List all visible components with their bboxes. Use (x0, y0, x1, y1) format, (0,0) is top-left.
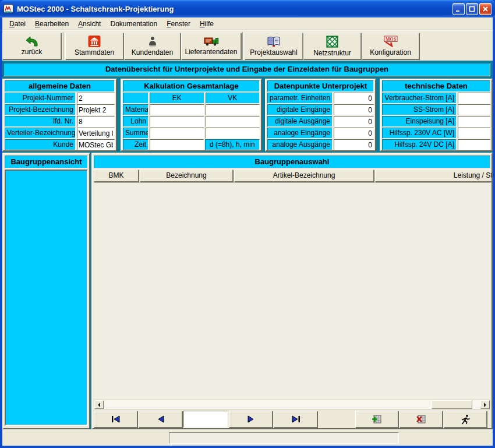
digitale-ausgaenge-field[interactable] (334, 116, 374, 127)
einspeisung-field[interactable] (458, 116, 490, 127)
parametr-einheiten-field[interactable] (334, 93, 374, 104)
digitale-eingaenge-field[interactable] (334, 104, 374, 115)
field-label: digitale Eingänge (267, 104, 333, 115)
status-message-field (169, 432, 399, 444)
field-label: parametr. Einheiten (267, 93, 333, 104)
add-record-button[interactable] (355, 411, 398, 428)
field-label: lfd. Nr. (5, 116, 76, 127)
panel-allgemeine-daten: allgemeine Daten Projekt-Nummer Projekt-… (2, 79, 117, 151)
baugruppenansicht-panel: Baugruppenansicht (2, 153, 90, 429)
scroll-right-button[interactable] (480, 400, 490, 409)
toolbar-label: Konfiguration (370, 48, 411, 57)
horizontal-scrollbar[interactable] (94, 400, 490, 410)
toolbar-label: Projektauswahl (250, 48, 297, 57)
summe-vk-field[interactable] (206, 128, 260, 139)
title-bar[interactable]: MOStec 2000 - Schaltschrank-Projektierun… (0, 0, 495, 17)
field-label: Summe (123, 128, 148, 139)
analoge-eingaenge-field[interactable] (334, 128, 374, 139)
ss-strom-field[interactable] (458, 104, 490, 115)
baugruppenansicht-title: Baugruppenansicht (5, 156, 88, 168)
close-button[interactable] (479, 3, 492, 15)
material-ek-field[interactable] (150, 104, 204, 115)
bank-building-icon (88, 36, 101, 47)
toolbar-separator (63, 32, 64, 60)
projekt-nummer-field[interactable] (77, 93, 115, 104)
scrollbar-thumb[interactable] (432, 400, 472, 409)
toolbar-label: Kundendaten (132, 48, 173, 57)
column-header-bezeichnung[interactable]: Bezeichnung (140, 170, 233, 182)
verteiler-bezeichnung-field[interactable] (77, 128, 115, 139)
konfiguration-button[interactable]: MOS Konfiguration (362, 33, 419, 59)
projektauswahl-button[interactable]: Projektauswahl (245, 33, 303, 59)
field-label: Hilfssp. 230V AC [W] (382, 128, 457, 139)
grid-header-row: BMK Bezeichnung Artikel-Bezeichnung Leis… (94, 170, 493, 182)
analoge-ausgaenge-field[interactable] (334, 139, 374, 150)
add-record-icon (371, 414, 383, 425)
maximize-icon (469, 6, 475, 12)
stammdaten-button[interactable]: Stammdaten (65, 33, 123, 59)
verbraucher-strom-field[interactable] (458, 93, 490, 104)
menu-dokumentation[interactable]: Dokumentation (105, 18, 162, 30)
baugruppen-grid-body[interactable] (94, 182, 490, 399)
toolbar-label: Netzstruktur (313, 49, 351, 57)
lohn-ek-field[interactable] (150, 116, 204, 127)
field-label: Hilfssp. 24V DC [A] (382, 139, 457, 150)
zeit-field[interactable] (150, 139, 204, 150)
delete-record-button[interactable] (399, 411, 443, 428)
record-navigator (94, 411, 490, 428)
field-label: Einspeisung [A] (382, 116, 457, 127)
scroll-left-button[interactable] (94, 400, 104, 409)
record-number-input[interactable] (183, 411, 228, 428)
lieferantendaten-button[interactable]: Lieferantendaten (181, 33, 241, 59)
menu-datei[interactable]: Datei (5, 18, 30, 30)
execute-button[interactable] (444, 411, 487, 428)
delete-record-icon (415, 414, 427, 425)
hilfssp-24v-field[interactable] (458, 139, 490, 150)
toolbar: zurück Stammdaten Kundendaten (2, 30, 493, 61)
person-icon (147, 36, 158, 47)
lfd-nr-field[interactable] (77, 116, 115, 127)
hilfssp-230v-field[interactable] (458, 128, 490, 139)
status-bar (2, 429, 493, 446)
field-label: SS-Strom [A] (382, 104, 457, 115)
field-label: Zeit (123, 139, 148, 150)
previous-record-button[interactable] (139, 411, 182, 428)
open-book-icon (267, 36, 281, 47)
summe-ek-field[interactable] (150, 128, 204, 139)
menu-ansicht[interactable]: Ansicht (73, 18, 105, 30)
minimize-button[interactable] (452, 3, 465, 15)
last-record-button[interactable] (274, 411, 317, 428)
baugruppenauswahl-title: Baugruppenauswahl (94, 156, 490, 168)
kunde-field[interactable] (77, 139, 115, 150)
svg-text:MOS: MOS (385, 37, 396, 42)
next-record-icon (247, 415, 255, 423)
kundendaten-button[interactable]: Kundendaten (124, 33, 181, 59)
menu-bearbeiten[interactable]: Bearbeiten (30, 18, 73, 30)
toolbar-label: zurück (22, 48, 42, 56)
zurueck-button[interactable]: zurück (2, 33, 61, 59)
field-label: Kunde (5, 139, 76, 150)
material-vk-field[interactable] (206, 104, 260, 115)
panel-kalkulation: Kalkulation Gesamtanlage EK VK Material … (121, 79, 262, 151)
projekt-bezeichnung-field[interactable] (77, 104, 115, 115)
page-title: Datenübersicht für Unterprojekte und Ein… (3, 63, 490, 76)
lohn-vk-field[interactable] (206, 116, 260, 127)
window-title: MOStec 2000 - Schaltschrank-Projektierun… (17, 5, 452, 13)
baugruppenauswahl-panel: Baugruppenauswahl BMK Bezeichnung Artike… (91, 153, 493, 429)
column-header-bmk[interactable]: BMK (94, 170, 139, 182)
maximize-button[interactable] (466, 3, 478, 15)
field-label: Verbraucher-Strom [A] (382, 93, 457, 104)
back-arrow-icon (25, 36, 39, 47)
netzstruktur-button[interactable]: Netzstruktur (303, 33, 361, 59)
first-record-button[interactable] (94, 411, 137, 428)
menu-hilfe[interactable]: Hilfe (195, 18, 218, 30)
menu-fenster[interactable]: Fenster (162, 18, 195, 30)
toolbar-separator (242, 32, 243, 60)
mos-logo-icon: MOS (383, 36, 399, 47)
baugruppen-tree-list[interactable] (5, 170, 88, 426)
next-record-button[interactable] (229, 411, 273, 428)
panel-technische-daten: technische Daten Verbraucher-Strom [A] S… (380, 79, 493, 151)
column-header-leistung-strom[interactable]: Leistung / Strom (375, 170, 493, 182)
column-header-artikel-bezeichnung[interactable]: Artikel-Bezeichnung (234, 170, 374, 182)
field-label: Material (123, 104, 148, 115)
